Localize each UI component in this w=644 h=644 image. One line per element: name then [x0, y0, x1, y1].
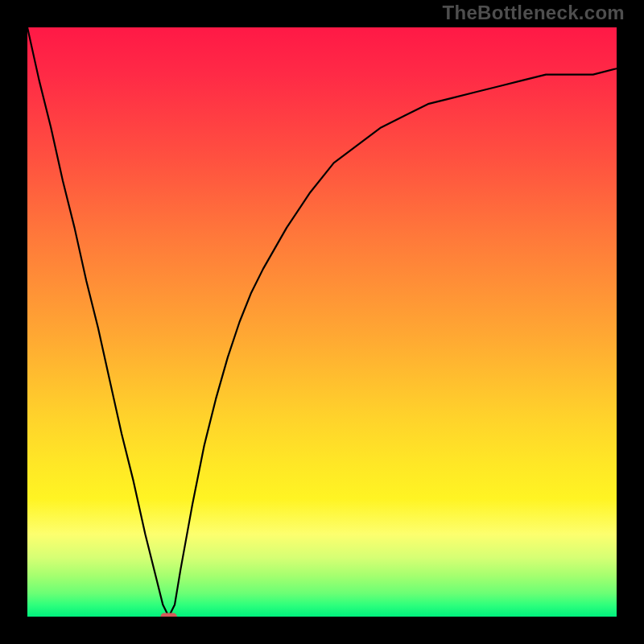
chart-root: TheBottleneck.com: [0, 0, 644, 644]
watermark-label: TheBottleneck.com: [443, 2, 625, 24]
optimum-marker-pill: [160, 613, 177, 617]
plot-area: [27, 27, 617, 617]
bottleneck-curve: [27, 27, 617, 617]
curve-svg: [27, 27, 617, 617]
